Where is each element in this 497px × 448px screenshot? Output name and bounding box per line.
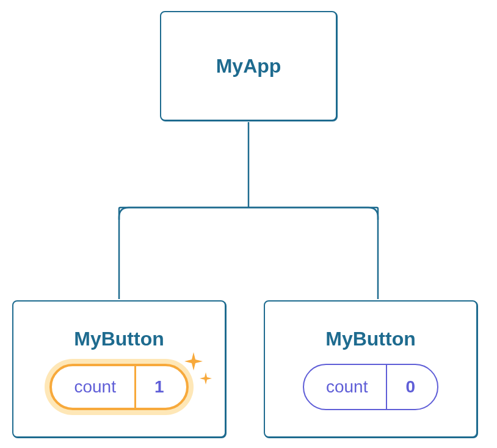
sparkle-icon [183, 350, 219, 394]
state-pill-right: count 0 [303, 364, 438, 410]
child-node-left: MyButton count 1 [12, 300, 226, 438]
sparkle-icon-large [183, 350, 205, 372]
state-pill-right-label: count [304, 365, 386, 409]
sparkle-icon-small [198, 371, 213, 386]
root-node-label: MyApp [216, 55, 281, 78]
state-pill-left-wrapper: count 1 [49, 364, 188, 410]
state-pill-right-value: 0 [387, 365, 437, 409]
state-pill-left-value: 1 [136, 366, 186, 408]
state-pill-left-label: count [52, 366, 134, 408]
child-node-left-label: MyButton [74, 328, 164, 350]
root-node: MyApp [160, 11, 337, 121]
child-node-right: MyButton count 0 [264, 300, 477, 438]
component-tree-diagram: MyApp MyButton count 1 MyButton [0, 0, 497, 448]
state-pill-left: count 1 [49, 364, 188, 410]
child-node-right-label: MyButton [325, 328, 416, 350]
state-pill-right-wrapper: count 0 [303, 364, 438, 410]
